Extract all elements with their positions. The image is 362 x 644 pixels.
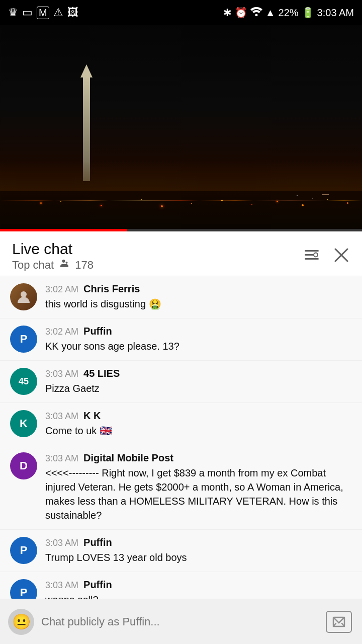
folder-icon: ▭: [22, 6, 33, 19]
status-bar: ♛ ▭ M ⚠ 🖼 ✱ ⏰ ▲ 22% 🔋 3:03 AM: [0, 0, 362, 25]
svg-point-7: [21, 291, 27, 297]
time-display: 3:03 AM: [317, 7, 354, 19]
filter-icon[interactable]: [303, 246, 321, 266]
close-icon[interactable]: [333, 247, 350, 266]
message-author: Chris Ferris: [83, 283, 140, 295]
message-meta: 3:03 AM Digital Mobile Post: [45, 452, 352, 464]
message-meta: 3:03 AM Puffin: [45, 579, 352, 591]
battery-icon: 🔋: [302, 7, 314, 19]
chat-message: 3:02 AM Chris Ferris this world is disgu…: [0, 276, 362, 318]
image-icon: 🖼: [67, 6, 78, 19]
chat-message: D 3:03 AM Digital Mobile Post <<<<------…: [0, 445, 362, 530]
livechat-title: Live chat: [12, 240, 94, 258]
livechat-icons: [303, 246, 350, 266]
svg-rect-1: [305, 250, 319, 252]
chat-message: P 3:03 AM Puffin Trump LOVES 13 year old…: [0, 530, 362, 572]
message-content: 3:02 AM Puffin KK your sons age please. …: [45, 326, 352, 353]
message-author: Puffin: [83, 579, 112, 591]
video-progress-fill: [0, 229, 127, 231]
message-author: 45 LIES: [83, 368, 120, 379]
livechat-title-area: Live chat Top chat 178: [12, 240, 94, 272]
message-time: 3:03 AM: [45, 580, 78, 591]
message-time: 3:03 AM: [45, 538, 78, 548]
message-content: 3:03 AM 45 LIES Pizza Gaetz: [45, 368, 352, 395]
message-author: Puffin: [83, 537, 112, 548]
svg-point-0: [255, 14, 257, 16]
message-meta: 3:02 AM Puffin: [45, 326, 352, 337]
status-icons-left: ♛ ▭ M ⚠ 🖼: [8, 6, 78, 19]
signal-icon: ▲: [265, 7, 276, 19]
status-icons-right: ✱ ⏰ ▲ 22% 🔋 3:03 AM: [223, 7, 354, 19]
chat-message: 45 3:03 AM 45 LIES Pizza Gaetz: [0, 361, 362, 403]
message-meta: 3:03 AM Puffin: [45, 537, 352, 548]
message-meta: 3:03 AM 45 LIES: [45, 368, 352, 379]
message-time: 3:02 AM: [45, 327, 78, 337]
message-author: Digital Mobile Post: [83, 452, 173, 464]
avatar: P: [10, 326, 37, 353]
emoji-button[interactable]: 😐: [8, 609, 34, 635]
chat-messages-list: 3:02 AM Chris Ferris this world is disgu…: [0, 276, 362, 614]
message-text: <<<<--------- Right now, I get $839 a mo…: [45, 466, 352, 522]
message-author: K K: [83, 410, 101, 422]
message-meta: 3:03 AM K K: [45, 410, 352, 422]
avatar: K: [10, 410, 37, 437]
top-chat-label: Top chat: [12, 259, 54, 272]
chat-message: P 3:02 AM Puffin KK your sons age please…: [0, 318, 362, 361]
video-progress-bar[interactable]: [0, 229, 362, 231]
alarm-icon: ⏰: [235, 7, 247, 19]
message-content: 3:03 AM K K Come to uk 🇬🇧: [45, 410, 352, 438]
livechat-panel: Live chat Top chat 178: [0, 231, 362, 644]
chat-message: K 3:03 AM K K Come to uk 🇬🇧: [0, 403, 362, 445]
avatar: 45: [10, 368, 37, 395]
message-time: 3:03 AM: [45, 453, 78, 464]
viewer-count: 178: [75, 259, 94, 272]
message-time: 3:02 AM: [45, 284, 78, 295]
people-icon: [58, 259, 71, 272]
send-button[interactable]: [324, 609, 354, 635]
send-icon: [326, 611, 352, 633]
svg-rect-3: [305, 258, 319, 260]
livechat-header: Live chat Top chat 178: [0, 231, 362, 276]
svg-point-4: [314, 253, 318, 257]
message-text: this world is disgusting 🤮: [45, 297, 352, 311]
avatar: D: [10, 452, 37, 479]
message-text: Trump LOVES 13 year old boys: [45, 550, 352, 565]
message-meta: 3:02 AM Chris Ferris: [45, 283, 352, 295]
bluetooth-icon: ✱: [223, 7, 232, 19]
message-time: 3:03 AM: [45, 369, 78, 379]
message-content: 3:02 AM Chris Ferris this world is disgu…: [45, 283, 352, 311]
avatar: P: [10, 537, 37, 564]
video-player[interactable]: [0, 25, 362, 231]
chat-input[interactable]: [41, 609, 317, 635]
message-content: 3:03 AM Puffin Trump LOVES 13 year old b…: [45, 537, 352, 565]
wifi-icon: [250, 7, 262, 19]
message-author: Puffin: [83, 326, 112, 337]
warning-icon: ⚠: [53, 6, 63, 19]
message-time: 3:03 AM: [45, 411, 78, 422]
crown-icon: ♛: [8, 6, 18, 19]
message-text: KK your sons age please. 13?: [45, 339, 352, 353]
m-icon: M: [37, 7, 49, 19]
battery-level: 22%: [279, 7, 299, 19]
avatar: [10, 283, 37, 310]
message-content: 3:03 AM Digital Mobile Post <<<<--------…: [45, 452, 352, 522]
message-text: Pizza Gaetz: [45, 381, 352, 395]
message-text: Come to uk 🇬🇧: [45, 424, 352, 438]
chat-input-bar: 😐: [0, 599, 362, 644]
livechat-subtitle[interactable]: Top chat 178: [12, 259, 94, 272]
